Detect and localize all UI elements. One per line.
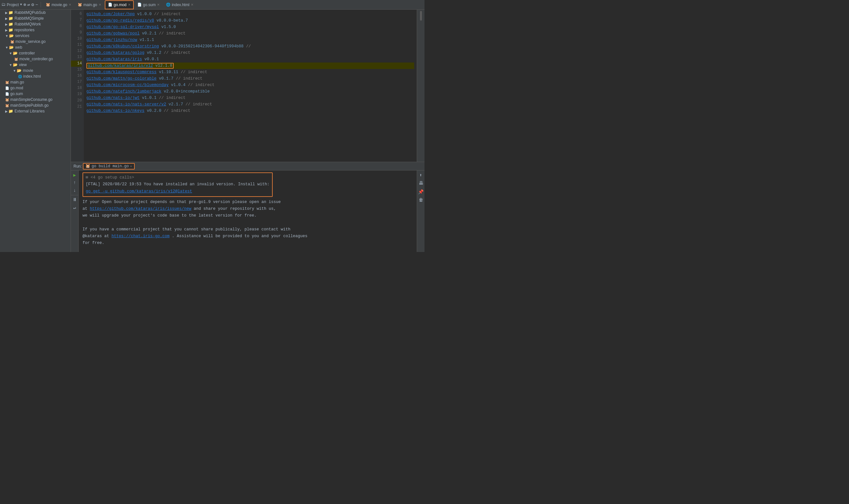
code-link-iris-v12[interactable]: github.com/kataras/iris/v12	[88, 64, 153, 68]
sidebar-item-label: go.sum	[10, 91, 23, 96]
code-link[interactable]: github.com/nats-io/nats-server/v2	[86, 102, 166, 107]
tab-movie-go[interactable]: 🐹 movie.go ✕	[43, 0, 74, 10]
sidebar-item-external-libs[interactable]: ▶ 📁 External Libraries	[0, 108, 71, 114]
go-file-icon: 🐹	[14, 57, 18, 61]
sidebar-item-repositories[interactable]: ▶ 📁 repositories	[0, 27, 71, 33]
run-tab[interactable]: 🐹 go build main.go ✕	[83, 163, 134, 169]
folder-open-icon: 📂	[13, 62, 18, 67]
code-link[interactable]: github.com/mattn/go-colorable	[86, 76, 157, 81]
code-link[interactable]: github.com/k0kubun/colorstring	[86, 44, 159, 49]
sidebar-item-label: view	[19, 62, 27, 67]
tab-close-icon[interactable]: ✕	[191, 3, 193, 6]
maximize-icon[interactable]: ⬆	[418, 172, 424, 178]
tab-main-go[interactable]: 🐹 main.go ✕	[75, 0, 104, 10]
sidebar-item-go-sum[interactable]: 📄 go.sum	[0, 91, 71, 97]
code-link[interactable]: github.com/microcosm-cc/bluemonday	[86, 83, 168, 87]
error-text: [FTAL] 2020/08/22 19:53 You have install…	[86, 182, 269, 186]
sidebar-item-main-publish[interactable]: 🐹 mainSimplePublish.go	[0, 103, 71, 108]
code-line-7: github.com/go-redis/redis/v8 v8.0.0-beta…	[86, 17, 414, 24]
sidebar-item-main-go[interactable]: 🐹 main.go	[0, 79, 71, 85]
run-output-box: ⊞ <4 go setup calls> [FTAL] 2020/08/22 1…	[83, 173, 273, 197]
sidebar-item-label: main.go	[10, 80, 24, 85]
tab-go-mod[interactable]: 📄 go.mod ✕	[105, 0, 134, 10]
run-label: Run:	[73, 164, 82, 168]
pin-icon[interactable]: 📌	[418, 188, 424, 195]
code-link[interactable]: github.com/nats-io/nkeys	[86, 109, 144, 113]
sidebar-item-go-mod[interactable]: 📄 go.mod	[0, 85, 71, 91]
panel-content: ⊞ <4 go setup calls> [FTAL] 2020/08/22 1…	[79, 170, 417, 252]
sidebar-item-movie-service[interactable]: 🐹 movie_service.go	[0, 39, 71, 44]
tab-bar: 🗂 Project ▼ ⊕ ⇌ ⚙ − 🐹 movie.go ✕ 🐹 main.…	[0, 0, 424, 10]
tab-close-icon[interactable]: ✕	[98, 3, 101, 6]
chat-iris-link[interactable]: https://chat.iris-go.com	[111, 234, 169, 238]
right-toolbar	[417, 10, 424, 162]
code-link[interactable]: github.com/gobwas/pool	[86, 31, 140, 36]
code-link[interactable]: github.com/klauspost/compress	[86, 70, 157, 74]
panel-toolbar: ▶ ↑ ↓ ⏸ ↵	[71, 170, 79, 252]
sidebar-item-services[interactable]: ▼ 📂 services	[0, 33, 71, 39]
sidebar-item-main-consume[interactable]: 🐹 mainSimpleConsume.go	[0, 97, 71, 103]
delete-icon[interactable]: 🗑	[418, 197, 424, 203]
bottom-panel: Run: 🐹 go build main.go ✕ ▶ ↑ ↓ ⏸ ↵	[71, 162, 424, 252]
run-tab-bar: Run: 🐹 go build main.go ✕	[71, 162, 424, 170]
sidebar-item-controller[interactable]: ▼ 📂 controller	[0, 50, 71, 56]
project-dropdown-icon[interactable]: ▼	[20, 3, 22, 6]
tab-label: index.html	[172, 3, 189, 7]
code-content: github.com/Joker/hpp v1.0.0 // indirect …	[84, 10, 417, 162]
split-icon[interactable]: ⇌	[28, 2, 30, 7]
sidebar-item-rabbitwork[interactable]: ▶ 📁 RabbitMQWork	[0, 21, 71, 27]
folder-icon: 📁	[8, 22, 13, 26]
install-cmd-line: go get -u github.com/kataras/iris/v12@la…	[86, 188, 269, 195]
scroll-down-button[interactable]: ↓	[72, 187, 78, 194]
sidebar-item-rabbitpubsub[interactable]: ▶ 📁 RabbitMQPubSub	[0, 10, 71, 16]
tab-go-sum[interactable]: 📄 go.sum ✕	[134, 0, 162, 10]
sidebar-item-index-html[interactable]: 🌐 index.html	[0, 73, 71, 79]
wrap-button[interactable]: ↵	[72, 204, 78, 211]
print-icon[interactable]: 🖶	[418, 180, 424, 186]
install-cmd-link[interactable]: go get -u github.com/kataras/iris/v12@la…	[86, 189, 192, 194]
code-link[interactable]: github.com/nats-io/jwt	[86, 96, 140, 100]
sidebar-item-rabbitsimple[interactable]: ▶ 📁 RabbitMQSimple	[0, 16, 71, 21]
minimize-icon[interactable]: −	[35, 2, 38, 7]
code-line-9: github.com/gobwas/pool v0.2.1 // indirec…	[86, 30, 414, 37]
pause-button[interactable]: ⏸	[72, 197, 78, 203]
code-link[interactable]: github.com/jinzhu/now	[86, 38, 137, 42]
sidebar-item-label: RabbitMQPubSub	[15, 10, 46, 15]
iris-issues-link[interactable]: https://github.com/kataras/iris/issues/n…	[90, 206, 192, 211]
project-title: Project	[7, 3, 19, 7]
sidebar-item-label: RabbitMQSimple	[15, 16, 44, 21]
output-text-6: for free.	[83, 240, 413, 247]
output-text-4: If you have a commercial project that yo…	[83, 226, 413, 233]
code-link[interactable]: github.com/go-redis/redis/v8	[86, 18, 154, 23]
sidebar-item-movie-folder[interactable]: ▼ 📂 movie	[0, 68, 71, 73]
code-editor[interactable]: 6 7 8 9 10 11 12 13 14 15 16 17 18 19 20…	[71, 10, 417, 162]
code-line-20: github.com/nats-io/nats-server/v2 v2.1.7…	[86, 101, 414, 108]
arrow-icon: ▶	[5, 17, 8, 20]
code-link[interactable]: github.com/go-sql-driver/mysql	[86, 25, 159, 29]
tab-label: movie.go	[52, 3, 67, 7]
run-tab-close[interactable]: ✕	[130, 164, 132, 168]
mod-file-icon: 📄	[108, 3, 112, 7]
code-link[interactable]: github.com/natefinch/lumberjack	[86, 89, 162, 94]
tab-close-icon[interactable]: ✕	[69, 3, 71, 6]
sidebar-item-view[interactable]: ▼ 📂 view	[0, 62, 71, 68]
scroll-up-button[interactable]: ↑	[72, 180, 78, 186]
sidebar-item-label: go.mod	[10, 86, 23, 90]
code-link[interactable]: github.com/kataras/golog	[86, 51, 144, 55]
play-button[interactable]: ▶	[72, 172, 78, 178]
tab-close-icon[interactable]: ✕	[157, 3, 160, 6]
sidebar-item-label: RabbitMQWork	[15, 22, 41, 26]
folder-open-icon: 📂	[9, 45, 14, 50]
add-file-icon[interactable]: ⊕	[23, 2, 26, 7]
sidebar-item-movie-controller[interactable]: 🐹 movie_controller.go	[0, 56, 71, 62]
code-link[interactable]: github.com/Joker/hpp	[86, 12, 135, 16]
folder-icon: 📁	[8, 10, 13, 15]
settings-icon[interactable]: ⚙	[31, 2, 34, 7]
tab-close-icon[interactable]: ✕	[128, 3, 130, 6]
sidebar-item-web[interactable]: ▼ 📂 web	[0, 44, 71, 50]
tab-label: main.go	[84, 3, 97, 7]
output-text-upgrade: we will upgrade your project's code base…	[83, 213, 257, 218]
tab-index-html[interactable]: 🌐 index.html ✕	[163, 0, 196, 10]
line-numbers: 6 7 8 9 10 11 12 13 14 15 16 17 18 19 20…	[71, 10, 84, 162]
code-link[interactable]: github.com/kataras/iris	[86, 57, 142, 61]
